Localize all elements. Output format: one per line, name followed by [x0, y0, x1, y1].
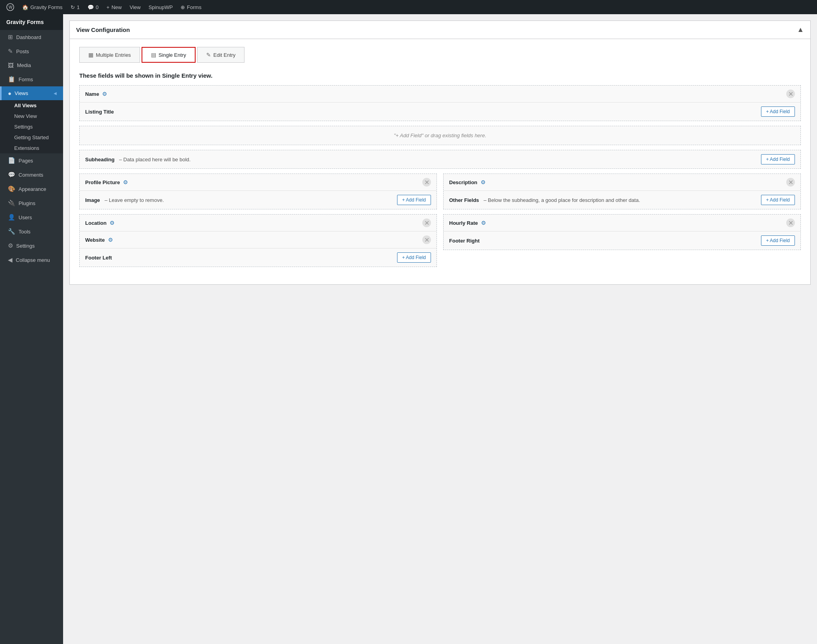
panel-title: View Configuration: [76, 26, 130, 33]
profile-picture-gear-icon[interactable]: ⚙: [123, 179, 128, 185]
subheading-row: Subheading – Data placed here will be bo…: [80, 150, 800, 168]
sidebar-item-views[interactable]: ● Views: [0, 86, 63, 100]
name-remove-btn[interactable]: ✕: [786, 90, 795, 98]
sidebar-item-comments[interactable]: 💬 Comments: [0, 168, 63, 182]
sidebar-label-forms: Forms: [19, 77, 33, 82]
media-icon: 🖼: [8, 62, 14, 69]
listing-title-row: Listing Title + Add Field: [80, 103, 800, 121]
sidebar-item-appearance[interactable]: 🎨 Appearance: [0, 182, 63, 196]
forms-label: Forms: [187, 4, 201, 10]
tabs-container: ▦ Multiple Entries ▤ Single Entry ✎ Edit…: [79, 47, 801, 63]
sidebar-item-forms[interactable]: 📋 Forms: [0, 72, 63, 86]
profile-picture-zone: Profile Picture ⚙ ✕ Image – Leave empty …: [79, 174, 437, 209]
hourly-rate-remove-btn[interactable]: ✕: [786, 218, 795, 227]
footer-right-label: Footer Right: [449, 238, 479, 244]
updates-count: 1: [77, 4, 80, 10]
location-label: Location: [85, 220, 106, 226]
sidebar-label-plugins: Plugins: [19, 200, 35, 206]
description-zone: Description ⚙ ✕ Other Fields – Below the…: [443, 174, 801, 209]
new-item[interactable]: + New: [103, 0, 125, 14]
profile-picture-label: Profile Picture: [85, 179, 120, 185]
sidebar-item-posts[interactable]: ✎ Posts: [0, 44, 63, 58]
views-submenu: All Views New View Settings Getting Star…: [0, 100, 63, 153]
subheading-label: Subheading: [85, 157, 114, 162]
location-remove-btn[interactable]: ✕: [422, 218, 431, 227]
footer-left-label: Footer Left: [85, 255, 112, 261]
listing-title-add-btn[interactable]: + Add Field: [761, 106, 795, 117]
footer-left-add-btn[interactable]: + Add Field: [397, 252, 431, 263]
name-gear-icon[interactable]: ⚙: [102, 91, 107, 97]
spinupwp-label: SpinupWP: [149, 4, 173, 10]
tab-edit-entry-label: Edit Entry: [213, 52, 235, 58]
sidebar-item-users[interactable]: 👤 Users: [0, 210, 63, 224]
location-gear-icon[interactable]: ⚙: [110, 220, 115, 226]
footer-right-add-btn[interactable]: + Add Field: [761, 235, 795, 246]
subheading-inner: Subheading – Data placed here will be bo…: [85, 157, 190, 162]
main-content: View Configuration ▲ ▦ Multiple Entries …: [63, 14, 817, 644]
tab-multiple-entries[interactable]: ▦ Multiple Entries: [79, 47, 140, 63]
sidebar-label-comments: Comments: [19, 172, 43, 178]
sidebar-item-dashboard[interactable]: ⊞ Dashboard: [0, 30, 63, 44]
forms-item[interactable]: ⊕ Forms: [177, 0, 205, 14]
tab-single-entry[interactable]: ▤ Single Entry: [142, 47, 196, 63]
sidebar-label-posts: Posts: [16, 49, 29, 54]
spinupwp-item[interactable]: SpinupWP: [145, 0, 176, 14]
website-field-row: Website ⚙ ✕: [80, 231, 436, 248]
sidebar-item-collapse[interactable]: ◀ Collapse menu: [0, 253, 63, 267]
sidebar-label-users: Users: [19, 215, 32, 220]
pages-icon: 📄: [8, 157, 15, 164]
subheading-sublabel: – Data placed here will be bold.: [118, 157, 190, 162]
profile-picture-row: Profile Picture ⚙ ✕: [80, 174, 436, 191]
updates-item[interactable]: ↻ 1: [67, 0, 83, 14]
name-field-label: Name: [85, 91, 99, 97]
hourly-rate-gear-icon[interactable]: ⚙: [481, 220, 486, 226]
submenu-settings[interactable]: Settings: [0, 121, 63, 132]
section-heading: These fields will be shown in Single Ent…: [79, 72, 801, 79]
sidebar-item-settings[interactable]: ⚙ Settings: [0, 239, 63, 253]
description-label: Description: [449, 179, 478, 185]
panel-toggle-icon[interactable]: ▲: [797, 26, 804, 34]
hourly-rate-label: Hourly Rate: [449, 220, 478, 226]
submenu-getting-started[interactable]: Getting Started: [0, 132, 63, 143]
comments-icon: 💬: [88, 4, 94, 10]
website-gear-icon[interactable]: ⚙: [108, 237, 113, 243]
tab-edit-entry[interactable]: ✎ Edit Entry: [197, 47, 244, 63]
site-name-item[interactable]: 🏠 Gravity Forms: [19, 0, 66, 14]
other-fields-add-btn[interactable]: + Add Field: [761, 195, 795, 205]
empty-drop-zone: "+ Add Field" or drag existing fields he…: [79, 126, 801, 145]
website-remove-btn[interactable]: ✕: [422, 235, 431, 244]
sidebar-logo: Gravity Forms: [0, 14, 63, 30]
description-gear-icon[interactable]: ⚙: [481, 179, 486, 185]
sidebar-item-plugins[interactable]: 🔌 Plugins: [0, 196, 63, 210]
tab-multiple-entries-label: Multiple Entries: [96, 52, 131, 58]
submenu-extensions[interactable]: Extensions: [0, 143, 63, 153]
location-website-zone: Location ⚙ ✕ Website ⚙ ✕: [79, 214, 437, 267]
subheading-add-btn[interactable]: + Add Field: [761, 154, 795, 164]
sidebar-item-pages[interactable]: 📄 Pages: [0, 153, 63, 168]
hourly-rate-inner: Hourly Rate ⚙: [449, 220, 486, 226]
hourly-rate-row: Hourly Rate ⚙ ✕: [444, 215, 800, 231]
sidebar-label-views: Views: [15, 90, 28, 96]
location-inner: Location ⚙: [85, 220, 115, 226]
view-item[interactable]: View: [127, 0, 144, 14]
image-add-btn[interactable]: + Add Field: [397, 195, 431, 205]
comments-nav-icon: 💬: [8, 171, 15, 178]
description-remove-btn[interactable]: ✕: [786, 178, 795, 187]
profile-picture-inner: Profile Picture ⚙: [85, 179, 128, 185]
tools-icon: 🔧: [8, 228, 15, 235]
profile-picture-remove-btn[interactable]: ✕: [422, 178, 431, 187]
submenu-new-view[interactable]: New View: [0, 111, 63, 121]
other-fields-row: Other Fields – Below the subheading, a g…: [444, 191, 800, 209]
multiple-entries-icon: ▦: [88, 52, 93, 58]
edit-entry-icon: ✎: [206, 52, 211, 58]
wp-logo-item[interactable]: W: [3, 0, 17, 14]
comments-item[interactable]: 💬 0: [84, 0, 102, 14]
submenu-all-views[interactable]: All Views: [0, 100, 63, 111]
sidebar-item-tools[interactable]: 🔧 Tools: [0, 224, 63, 239]
sidebar-label-settings: Settings: [16, 243, 35, 249]
panel-body: ▦ Multiple Entries ▤ Single Entry ✎ Edit…: [70, 39, 810, 284]
view-configuration-panel: View Configuration ▲ ▦ Multiple Entries …: [69, 21, 811, 285]
website-inner: Website ⚙: [85, 237, 113, 243]
empty-zone-text: "+ Add Field" or drag existing fields he…: [80, 126, 800, 145]
sidebar-item-media[interactable]: 🖼 Media: [0, 58, 63, 72]
